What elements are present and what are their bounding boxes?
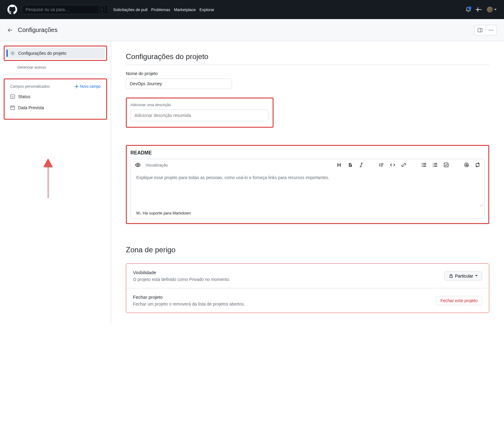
nav-issues[interactable]: Problemas: [151, 7, 170, 12]
content-heading: Configurações do projeto: [126, 52, 489, 65]
readme-editor: Visualização 123: [130, 159, 485, 219]
svg-point-20: [422, 165, 423, 166]
search-input[interactable]: Pesquise ou vá para… /: [22, 5, 108, 14]
panel-toggle-icon[interactable]: [474, 25, 486, 35]
markdown-supported[interactable]: M↓ Há suporte para Markdown: [131, 208, 484, 218]
close-sub: Fechar um projeto o removerá da lista de…: [133, 302, 245, 306]
slash-key-icon: /: [99, 6, 105, 13]
mention-icon[interactable]: [464, 162, 469, 167]
svg-rect-23: [423, 165, 426, 165]
subheader-actions: [474, 25, 497, 35]
resize-handle-icon[interactable]: [479, 203, 482, 206]
calendar-icon: [10, 105, 15, 110]
svg-point-2: [489, 30, 490, 30]
sidebar-label: Configurações do projeto: [18, 51, 66, 56]
top-nav: Pesquise ou vá para… / Solicitações de p…: [0, 0, 504, 19]
ol-icon[interactable]: 123: [433, 162, 438, 167]
notification-dot: [468, 6, 471, 10]
svg-rect-0: [478, 28, 482, 32]
link-icon[interactable]: [401, 162, 406, 167]
svg-line-35: [481, 205, 482, 206]
annotation-highlight-readme: README Visualização: [126, 145, 489, 224]
svg-point-5: [12, 53, 13, 54]
eye-icon[interactable]: [135, 162, 141, 168]
lock-icon: [449, 274, 453, 278]
sidebar-custom-fields-header: Campos personalizados Novo campo: [6, 82, 105, 91]
svg-point-19: [422, 163, 423, 164]
search-placeholder: Pesquise ou vá para…: [26, 7, 69, 12]
visibility-button[interactable]: Particular: [444, 271, 482, 281]
svg-rect-28: [434, 163, 437, 164]
heading-icon[interactable]: [337, 162, 342, 167]
svg-point-11: [137, 164, 139, 166]
new-field-label: Novo campo: [80, 84, 101, 89]
annotation-arrow-icon: [42, 158, 54, 198]
nav-links: Solicitações de pull Problemas Marketpla…: [113, 7, 214, 12]
nav-pull-requests[interactable]: Solicitações de pull: [113, 7, 147, 12]
dropdown-icon: [10, 94, 15, 99]
readme-heading: README: [130, 150, 485, 156]
project-name-input[interactable]: [126, 78, 232, 89]
tasklist-icon[interactable]: [444, 162, 449, 167]
quote-icon[interactable]: [379, 162, 384, 167]
preview-label[interactable]: Visualização: [146, 163, 168, 167]
code-icon[interactable]: [390, 162, 395, 167]
svg-rect-36: [450, 276, 452, 278]
close-btn-label: Fechar este projeto: [440, 298, 478, 303]
github-logo-icon[interactable]: [7, 5, 17, 14]
chevron-down-icon: [475, 275, 478, 277]
readme-placeholder: Explique esse projeto para todas as pess…: [136, 175, 329, 180]
subheader: Configurações: [0, 19, 504, 41]
annotation-highlight-2: Campos personalizados Novo campo Status …: [4, 78, 107, 120]
desc-label: Adicionar uma descrição: [130, 103, 269, 107]
field-date-label: Data Prevista: [18, 105, 44, 110]
sidebar-field-date[interactable]: Data Prevista: [6, 102, 105, 113]
nav-marketplace[interactable]: Marketplace: [174, 7, 196, 12]
sidebar-item-project-settings[interactable]: Configurações do projeto: [6, 48, 105, 59]
notifications-icon[interactable]: [466, 7, 471, 12]
italic-icon[interactable]: [359, 162, 364, 167]
danger-zone: Zona de perigo Visibilidade O projeto es…: [126, 246, 489, 313]
page-title: Configurações: [18, 26, 58, 34]
visibility-title: Visibilidade: [133, 270, 230, 275]
visibility-btn-label: Particular: [455, 274, 473, 278]
svg-point-32: [465, 163, 469, 167]
svg-text:3: 3: [433, 166, 434, 167]
visibility-sub: O projeto está definido como Privado no …: [133, 277, 230, 282]
user-menu[interactable]: [487, 6, 497, 13]
nav-explore[interactable]: Explorar: [199, 7, 214, 12]
sidebar-item-manage-access[interactable]: Gerenciar acesso: [4, 63, 107, 74]
back-arrow-icon[interactable]: [7, 27, 13, 33]
field-status-label: Status: [18, 94, 30, 99]
danger-row-close: Fechar projeto Fechar um projeto o remov…: [126, 288, 489, 313]
svg-rect-29: [434, 165, 437, 165]
custom-fields-label: Campos personalizados: [10, 84, 50, 89]
svg-point-21: [422, 166, 423, 167]
annotation-highlight-desc: Adicionar uma descrição: [126, 98, 274, 128]
gear-icon: [10, 51, 15, 56]
close-project-button[interactable]: Fechar este projeto: [436, 296, 482, 305]
nav-right: [466, 6, 497, 13]
annotation-highlight-1: Configurações do projeto: [4, 46, 107, 61]
svg-line-14: [361, 163, 362, 167]
sidebar-field-status[interactable]: Status: [6, 91, 105, 102]
plus-icon: [74, 84, 79, 89]
desc-input[interactable]: [130, 110, 269, 121]
danger-box: Visibilidade O projeto está definido com…: [126, 263, 489, 313]
new-field-button[interactable]: Novo campo: [74, 84, 101, 89]
readme-textarea[interactable]: Explique esse projeto para todas as pess…: [131, 171, 484, 208]
ul-icon[interactable]: [422, 162, 426, 167]
more-menu-icon[interactable]: [486, 25, 497, 35]
cross-ref-icon[interactable]: [475, 162, 480, 167]
svg-rect-22: [423, 163, 426, 164]
main: Configurações do projeto Gerenciar acess…: [0, 41, 504, 324]
add-menu-icon[interactable]: [476, 7, 482, 12]
svg-rect-7: [11, 106, 15, 110]
svg-rect-24: [423, 166, 426, 167]
bold-icon[interactable]: [348, 162, 353, 167]
svg-point-3: [490, 30, 491, 30]
avatar-icon: [487, 6, 493, 13]
svg-rect-31: [444, 163, 448, 167]
project-name-label: Nome do projeto: [126, 71, 489, 76]
content: Configurações do projeto Nome do projeto…: [111, 41, 504, 324]
